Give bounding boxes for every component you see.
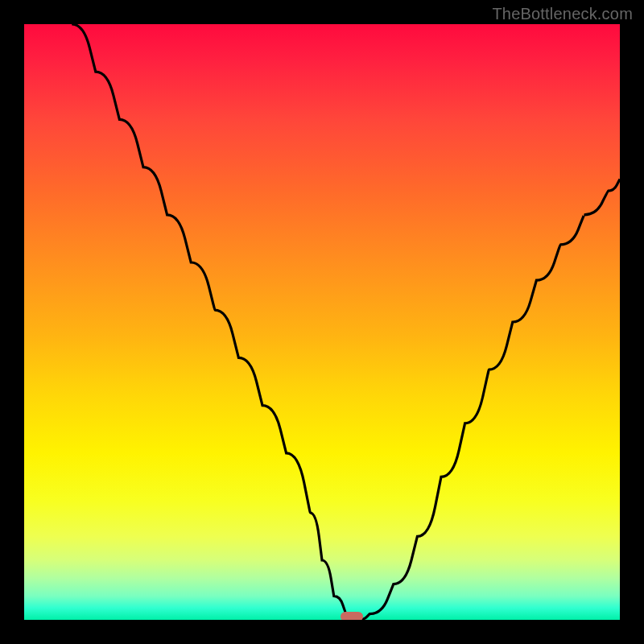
bottleneck-curve: [24, 24, 620, 620]
chart-frame: TheBottleneck.com: [0, 0, 644, 644]
watermark-text: TheBottleneck.com: [492, 5, 633, 23]
plot-area: [24, 24, 620, 620]
optimal-point-marker: [341, 612, 363, 620]
curve-path: [72, 24, 620, 620]
